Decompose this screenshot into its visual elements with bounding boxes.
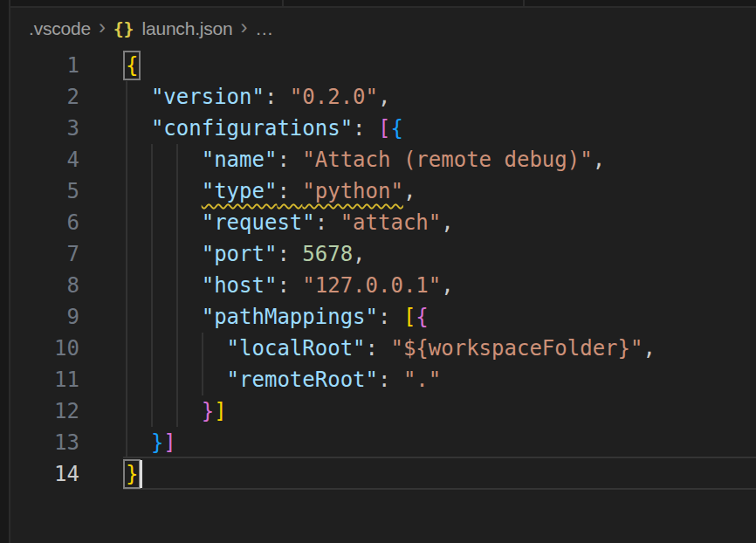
code-line[interactable]: 6 "request": "attach", [0,207,756,238]
token: : [265,85,290,109]
text-cursor [140,460,142,488]
token: "configurations" [151,116,353,141]
warning-squiggle: "python" [302,179,403,203]
window-left-edge [0,0,10,543]
token: [ [403,305,416,329]
line-number[interactable]: 8 [0,270,126,301]
code-editor[interactable]: 1{2 "version": "0.2.0",3 "configurations… [0,50,756,490]
token: "${workspaceFolder}" [390,336,643,361]
token: } [151,430,163,455]
warning-squiggle: : [277,179,302,203]
line-number[interactable]: 1 [0,50,126,81]
breadcrumb: .vscode›{}launch.json›… [10,8,756,50]
line-number[interactable]: 13 [0,427,126,458]
token: "host" [202,273,278,298]
code-line[interactable]: 10 "localRoot": "${workspaceFolder}", [0,333,756,364]
token: , [643,336,655,361]
token [126,85,151,109]
code-line[interactable]: 8 "host": "127.0.0.1", [0,270,756,301]
token [126,148,202,172]
code-line-text[interactable]: "pathMappings": [{ [126,301,429,333]
token: [ [378,116,390,141]
line-number[interactable]: 14 [0,458,126,490]
tab-separator [523,0,525,6]
token: , [403,179,416,203]
code-line[interactable]: 12 }] [0,395,756,427]
token: 5678 [302,242,353,266]
token: : [353,116,378,141]
token: , [441,210,453,235]
line-number[interactable]: 11 [0,364,126,395]
code-line[interactable]: 1{ [0,50,756,81]
code-line-text[interactable]: "request": "attach", [126,207,454,238]
line-number[interactable]: 6 [0,207,126,238]
line-number[interactable]: 2 [0,81,126,113]
token: , [353,242,365,266]
line-number[interactable]: 7 [0,238,126,270]
token: "pathMappings" [202,305,378,329]
token: "localRoot" [227,336,366,361]
breadcrumb-item-ellipsis[interactable]: … [255,18,273,39]
token: "127.0.0.1" [302,273,441,298]
token: } [202,399,214,423]
token: : [277,242,302,266]
tab-bar-bottom [10,0,756,8]
matched-bracket: { [126,53,138,78]
code-line[interactable]: 9 "pathMappings": [{ [0,301,756,333]
code-line-text[interactable]: "host": "127.0.0.1", [126,270,454,301]
token: : [378,368,403,392]
matched-bracket: } [126,462,138,486]
token: "0.2.0" [290,85,378,109]
code-line[interactable]: 13 }] [0,427,756,458]
token [126,368,227,392]
token: "remoteRoot" [227,368,378,392]
line-number[interactable]: 12 [0,395,126,427]
code-line-text[interactable]: "localRoot": "${workspaceFolder}", [126,333,656,364]
token: ] [163,430,175,455]
code-line[interactable]: 2 "version": "0.2.0", [0,81,756,113]
token: "." [403,368,441,392]
line-number[interactable]: 9 [0,301,126,333]
code-line[interactable]: 7 "port": 5678, [0,238,756,270]
line-number[interactable]: 5 [0,175,126,207]
code-line-text[interactable]: "port": 5678, [126,238,366,270]
token: "attach" [340,210,442,235]
line-number[interactable]: 4 [0,144,126,175]
token [126,399,202,423]
token [126,210,202,235]
code-line-text[interactable]: "remoteRoot": "." [126,364,441,395]
code-line-text[interactable]: }] [126,427,176,458]
code-line-text[interactable]: }] [126,395,227,427]
code-line[interactable]: 5 "type": "python", [0,175,756,207]
code-line-text[interactable]: { [126,50,138,81]
code-line[interactable]: 3 "configurations": [{ [0,113,756,144]
code-line[interactable]: 4 "name": "Attach (remote debug)", [0,144,756,175]
token [126,116,151,141]
token: "request" [202,210,315,235]
token: , [593,148,605,172]
token [126,305,202,329]
line-number[interactable]: 3 [0,113,126,144]
json-braces-icon: {} [113,18,134,39]
chevron-right-icon: › [241,18,248,36]
code-line-text[interactable]: "version": "0.2.0", [126,81,390,113]
code-line-text[interactable]: "configurations": [{ [126,113,403,144]
line-number[interactable]: 10 [0,333,126,364]
token: "Attach (remote debug)" [302,148,592,172]
token: "name" [202,148,278,172]
breadcrumb-item-launch-json[interactable]: launch.json [141,18,232,39]
code-line[interactable]: 14} [0,458,756,490]
tab-separator [282,0,284,6]
token: ] [214,399,226,423]
code-line-text[interactable]: } [126,458,138,490]
token [126,430,151,455]
code-line-text[interactable]: "type": "python", [126,175,416,207]
token: { [416,305,428,329]
breadcrumb-item-vscode[interactable]: .vscode [29,18,91,39]
code-line-text[interactable]: "name": "Attach (remote debug)", [126,144,605,175]
token [126,242,202,266]
warning-squiggle: "type" [202,179,278,203]
code-line[interactable]: 11 "remoteRoot": "." [0,364,756,395]
token: { [390,116,402,141]
editor-window: .vscode›{}launch.json›… 1{2 "version": "… [0,0,756,543]
